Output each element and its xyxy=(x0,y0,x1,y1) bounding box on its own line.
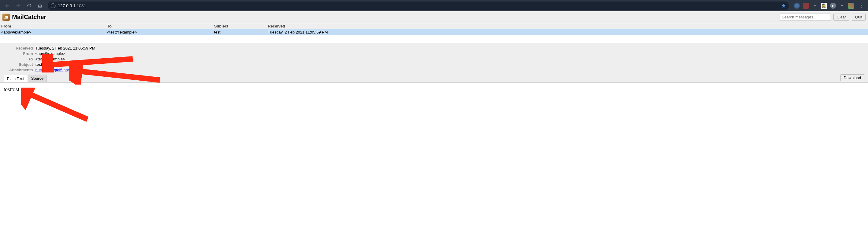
column-header-subject[interactable]: Subject xyxy=(214,24,268,28)
message-tabs: Plain Text Source Download xyxy=(4,74,864,82)
home-button[interactable] xyxy=(35,1,44,10)
meta-value-subject: test xyxy=(35,62,42,67)
meta-value-from: <app@example> xyxy=(35,51,65,56)
cell-from: <app@example> xyxy=(0,30,107,34)
quit-button[interactable]: Quit xyxy=(852,14,866,21)
site-info-icon[interactable]: i xyxy=(51,3,56,8)
app-header: MailCatcher Clear Quit xyxy=(0,11,868,23)
forward-button[interactable] xyxy=(13,1,23,10)
bookmark-star-icon[interactable]: ★ xyxy=(781,2,786,9)
browser-menu-button[interactable]: ⋮ xyxy=(857,3,866,8)
meta-value-to: <test@example> xyxy=(35,57,65,61)
tab-plain-text[interactable]: Plain Text xyxy=(4,75,27,82)
extension-icon[interactable] xyxy=(794,3,800,9)
meta-label-received: Received xyxy=(4,46,35,50)
cell-to: <test@example> xyxy=(107,30,214,34)
clear-button[interactable]: Clear xyxy=(833,14,849,21)
app-title: MailCatcher xyxy=(12,14,777,21)
browser-chrome: i 127.0.0.1:1081 ★ ✱ 🕵️ ▶ ✦ ⋮ xyxy=(0,0,868,11)
extension-icons: ✱ 🕵️ ▶ ✦ xyxy=(792,3,856,9)
meta-label-subject: Subject xyxy=(4,62,35,67)
message-body: testtest xyxy=(0,83,868,97)
message-metadata: Received Tuesday, 2 Feb 2021 11:05:59 PM… xyxy=(0,43,868,83)
meta-label-from: From xyxy=(4,51,35,56)
column-header-from[interactable]: From xyxy=(0,24,107,28)
url-text: 127.0.0.1:1081 xyxy=(58,3,86,8)
message-table-header: From To Subject Received xyxy=(0,23,868,29)
extensions-puzzle-icon[interactable]: ✦ xyxy=(839,3,845,9)
meta-label-attachments: Attachments xyxy=(4,68,35,72)
extension-icon[interactable]: ▶ xyxy=(830,3,836,9)
mailcatcher-logo-icon xyxy=(2,14,10,21)
message-row[interactable]: <app@example> <test@example> test Tuesda… xyxy=(0,29,868,35)
meta-label-to: To xyxy=(4,57,35,61)
attachment-link[interactable]: number_digtal5.png xyxy=(35,68,70,72)
meta-value-received: Tuesday, 2 Feb 2021 11:05:59 PM xyxy=(35,46,95,50)
extension-icon[interactable]: ✱ xyxy=(812,3,818,9)
reload-button[interactable] xyxy=(24,1,34,10)
tab-source[interactable]: Source xyxy=(28,75,47,82)
extension-icon[interactable]: 🕵️ xyxy=(821,3,827,9)
meta-value-attachments: number_digtal5.png xyxy=(35,68,70,72)
column-header-to[interactable]: To xyxy=(107,24,214,28)
cell-received: Tuesday, 2 Feb 2021 11:05:59 PM xyxy=(268,30,868,34)
column-header-received[interactable]: Received xyxy=(268,24,868,28)
extension-icon[interactable] xyxy=(803,3,809,9)
cell-subject: test xyxy=(214,30,268,34)
download-button[interactable]: Download xyxy=(840,74,864,81)
profile-avatar[interactable] xyxy=(848,3,854,9)
search-input[interactable] xyxy=(780,14,831,21)
address-bar[interactable]: i 127.0.0.1:1081 ★ xyxy=(48,1,789,10)
back-button[interactable] xyxy=(2,1,12,10)
